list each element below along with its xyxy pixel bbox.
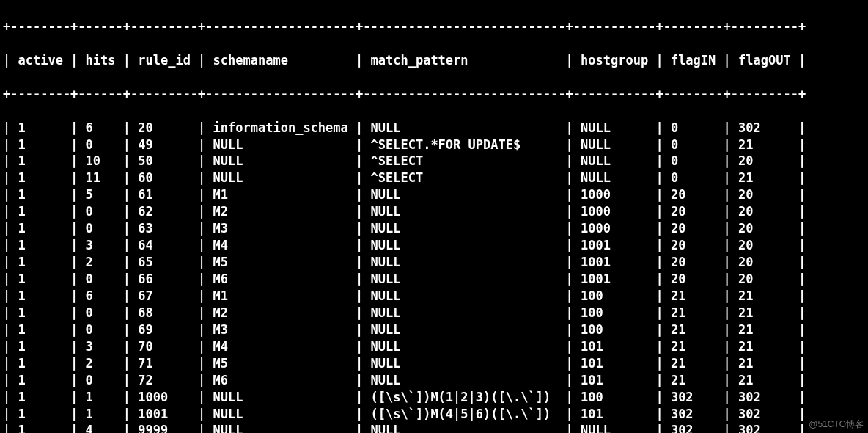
table-row: | 1 | 2 | 65 | M5 | NULL | 1001 | 20 | 2…: [3, 254, 865, 271]
watermark: @51CTO博客: [809, 418, 864, 430]
table-row: | 1 | 0 | 62 | M2 | NULL | 1000 | 20 | 2…: [3, 203, 865, 220]
table-row: | 1 | 0 | 63 | M3 | NULL | 1000 | 20 | 2…: [3, 220, 865, 237]
table-row: | 1 | 6 | 20 | information_schema | NULL…: [3, 120, 865, 137]
table-body: | 1 | 6 | 20 | information_schema | NULL…: [3, 120, 865, 433]
table-row: | 1 | 2 | 71 | M5 | NULL | 101 | 21 | 21…: [3, 355, 865, 372]
table-row: | 1 | 0 | 68 | M2 | NULL | 100 | 21 | 21…: [3, 305, 865, 321]
table-row: | 1 | 11 | 60 | NULL | ^SELECT | NULL | …: [3, 170, 865, 186]
table-row: | 1 | 1 | 1000 | NULL | ([\s\`])M(1|2|3)…: [3, 389, 865, 406]
terminal-output: +--------+------+---------+-------------…: [0, 0, 868, 433]
table-row: | 1 | 5 | 61 | M1 | NULL | 1000 | 20 | 2…: [3, 186, 865, 203]
table-border-top: +--------+------+---------+-------------…: [3, 18, 865, 35]
table-row: | 1 | 4 | 9999 | NULL | NULL | NULL | 30…: [3, 422, 865, 433]
table-row: | 1 | 0 | 49 | NULL | ^SELECT.*FOR UPDAT…: [3, 137, 865, 153]
table-row: | 1 | 0 | 66 | M6 | NULL | 1001 | 20 | 2…: [3, 271, 865, 288]
table-row: | 1 | 0 | 69 | M3 | NULL | 100 | 21 | 21…: [3, 321, 865, 338]
table-header-row: | active | hits | rule_id | schemaname |…: [3, 52, 865, 69]
table-row: | 1 | 1 | 1001 | NULL | ([\s\`])M(4|5|6)…: [3, 406, 865, 423]
table-border-mid: +--------+------+---------+-------------…: [3, 86, 865, 103]
table-row: | 1 | 0 | 72 | M6 | NULL | 101 | 21 | 21…: [3, 372, 865, 389]
table-row: | 1 | 6 | 67 | M1 | NULL | 100 | 21 | 21…: [3, 288, 865, 305]
table-row: | 1 | 3 | 70 | M4 | NULL | 101 | 21 | 21…: [3, 338, 865, 355]
table-row: | 1 | 3 | 64 | M4 | NULL | 1001 | 20 | 2…: [3, 237, 865, 254]
table-row: | 1 | 10 | 50 | NULL | ^SELECT | NULL | …: [3, 153, 865, 170]
